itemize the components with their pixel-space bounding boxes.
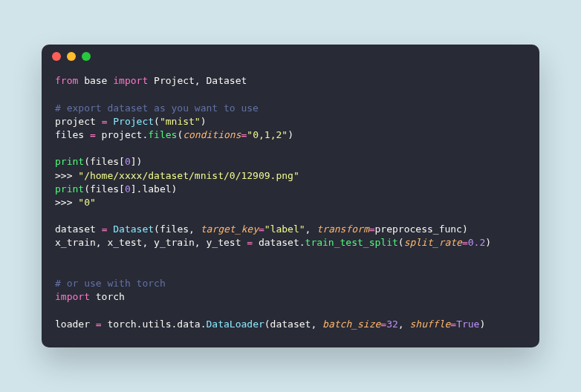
op-eq: = [247,237,253,248]
param-split-rate: split_rate [404,237,462,248]
param-transform: transform [317,223,369,235]
comment: # or use with torch [55,278,166,289]
class-project: Project [113,116,154,127]
fn-print: print [55,156,84,167]
maximize-icon[interactable] [82,52,91,61]
close-icon[interactable] [52,52,61,61]
keyword-from: from [55,75,78,86]
op-eq: = [380,318,386,330]
window-titlebar [42,45,539,68]
keyword-import: import [55,291,90,302]
paren: ) [288,129,293,140]
var-loader: loader [55,318,96,330]
minimize-icon[interactable] [67,52,76,61]
fn-files: files [148,129,177,140]
paren: ) [201,116,207,127]
param-batch-size: batch_size [322,318,380,330]
string-mnist: "mnist" [160,116,201,127]
expr: (files[ [84,156,125,167]
param-target-key: target_key [201,223,259,235]
var-project: project [55,116,102,127]
comma: , [305,223,317,235]
op-eq: = [259,223,264,235]
op-eq: = [96,318,102,330]
param-shuffle: shuffle [410,318,451,330]
expr: ].label) [131,183,178,195]
var-files: files [55,129,90,140]
expr: dataset. [253,237,305,248]
param-conditions: conditions [183,129,241,140]
expr: ]) [131,156,143,167]
expr: torch.utils.data. [102,318,207,330]
num-rate: 0.2 [468,237,485,248]
string-cond: "0,1,2" [247,129,288,140]
repl-prompt: >>> [55,170,78,181]
expr: preprocess_func) [375,223,468,235]
fn-print: print [55,183,84,195]
op-eq: = [450,318,456,330]
num-zero: 0 [125,183,131,195]
paren: ) [479,318,485,330]
code-block: from base import Project, Dataset # expo… [42,68,539,347]
vars-split: x_train, x_test, y_train, y_test [55,237,247,248]
string-path: "/home/xxxx/dataset/mnist/0/12909.png" [78,170,299,181]
const-true: True [456,318,479,330]
keyword-import: import [113,75,148,86]
class-dataset: Dataset [113,223,154,235]
paren: ( [154,116,160,127]
string-zero: "0" [78,197,95,208]
fn-train-test-split: train_test_split [305,237,398,248]
op-eq: = [369,223,375,235]
module-name: base [78,75,113,86]
num-batch: 32 [386,318,398,330]
module-torch: torch [90,291,125,302]
expr: (files[ [84,183,125,195]
class-dataloader: DataLoader [207,318,264,330]
repl-prompt: >>> [55,197,78,208]
expr: project. [96,129,148,140]
num-zero: 0 [125,156,131,167]
code-window: from base import Project, Dataset # expo… [42,45,539,347]
paren: ( [398,237,404,248]
expr: (files, [154,223,201,235]
expr: (dataset, [264,318,322,330]
var-dataset: dataset [55,223,102,235]
op-eq: = [90,129,96,140]
import-names: Project, Dataset [148,75,247,86]
op-eq: = [462,237,468,248]
comma: , [398,318,410,330]
comment: # export dataset as you want to use [55,102,259,114]
paren: ) [485,237,491,248]
string-label: "label" [264,223,305,235]
